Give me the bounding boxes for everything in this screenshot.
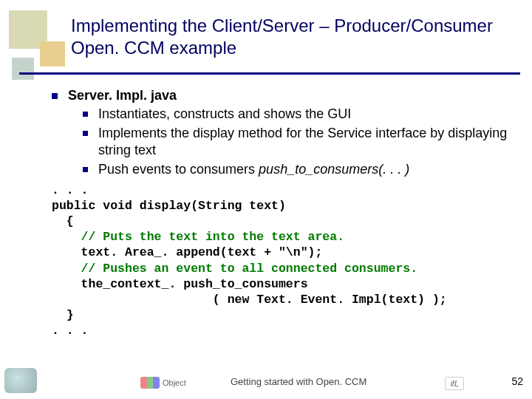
footer-logo-left xyxy=(4,368,37,393)
bullet-heading: Server. Impl. java xyxy=(52,87,519,104)
code-line: text. Area_. append(text + "\n"); xyxy=(52,245,322,259)
code-block: . . . public void display(String text) {… xyxy=(52,183,519,338)
bullet-item-text: Instantiates, constructs and shows the G… xyxy=(98,106,351,123)
code-comment: // Pushes an event to all connected cons… xyxy=(52,262,417,276)
square-bullet-icon xyxy=(52,93,58,99)
corner-decoration xyxy=(9,10,66,78)
objectweb-icon xyxy=(140,377,160,389)
footer-brand-text: Object xyxy=(163,378,186,387)
bullet-heading-text: Server. Impl. java xyxy=(68,88,177,103)
square-bullet-icon xyxy=(83,167,88,172)
code-line: the_context_. push_to_consumers xyxy=(52,277,308,291)
footer-logo-right: ifL xyxy=(445,377,464,390)
slide: Implementing the Client/Server – Produce… xyxy=(0,0,532,399)
code-comment: // Puts the text into the text area. xyxy=(52,230,344,244)
push-prefix: Push events to consumers xyxy=(98,162,259,177)
push-call: push_to_consumers(. . . ) xyxy=(259,162,409,177)
code-line: . . . xyxy=(52,183,89,197)
bullet-item: Implements the display method for the Se… xyxy=(83,125,519,160)
bullet-item-text: Push events to consumers push_to_consume… xyxy=(98,161,409,178)
slide-content: Server. Impl. java Instantiates, constru… xyxy=(52,87,519,338)
square-bullet-icon xyxy=(83,131,88,136)
code-line: public void display(String text) xyxy=(52,199,286,213)
footer: Object Getting started with Open. CCM if… xyxy=(0,368,532,395)
bullet-item-text: Implements the display method for the Se… xyxy=(98,125,519,160)
title-underline xyxy=(19,72,520,75)
page-number: 52 xyxy=(511,375,523,387)
code-line: { xyxy=(52,214,74,228)
slide-title: Implementing the Client/Server – Produce… xyxy=(71,15,517,59)
square-bullet-icon xyxy=(83,112,88,117)
code-line: . . . xyxy=(52,324,89,338)
bullet-item: Push events to consumers push_to_consume… xyxy=(83,161,519,178)
code-line: } xyxy=(52,308,74,322)
footer-logo-center: Object xyxy=(140,377,186,389)
code-line: ( new Text. Event. Impl(text) ); xyxy=(52,293,447,307)
bullet-item: Instantiates, constructs and shows the G… xyxy=(83,106,519,123)
footer-caption: Getting started with Open. CCM xyxy=(231,376,366,387)
